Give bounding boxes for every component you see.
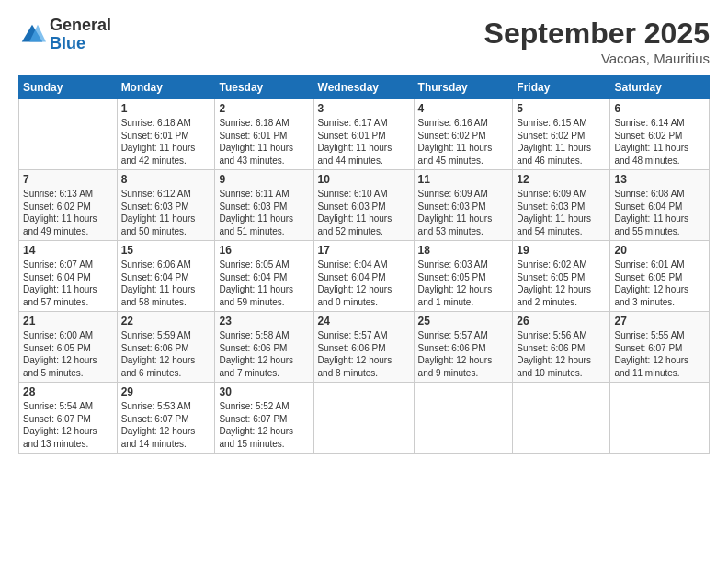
page: General Blue September 2025 Vacoas, Maur… — [0, 0, 728, 563]
table-row: 10Sunrise: 6:10 AM Sunset: 6:03 PM Dayli… — [313, 170, 414, 241]
table-row: 15Sunrise: 6:06 AM Sunset: 6:04 PM Dayli… — [117, 241, 215, 312]
table-row — [19, 99, 118, 170]
header: General Blue September 2025 Vacoas, Maur… — [18, 17, 710, 66]
calendar-day-header: Saturday — [610, 76, 710, 99]
table-row: 22Sunrise: 5:59 AM Sunset: 6:06 PM Dayli… — [117, 312, 215, 383]
calendar-day-header: Wednesday — [313, 76, 414, 99]
day-number: 24 — [318, 315, 410, 327]
day-info: Sunrise: 6:17 AM Sunset: 6:01 PM Dayligh… — [318, 117, 410, 167]
calendar-header-row: SundayMondayTuesdayWednesdayThursdayFrid… — [19, 76, 710, 99]
table-row: 5Sunrise: 6:15 AM Sunset: 6:02 PM Daylig… — [513, 99, 610, 170]
calendar-week-row: 1Sunrise: 6:18 AM Sunset: 6:01 PM Daylig… — [19, 99, 710, 170]
day-info: Sunrise: 6:16 AM Sunset: 6:02 PM Dayligh… — [418, 117, 509, 167]
day-info: Sunrise: 5:59 AM Sunset: 6:06 PM Dayligh… — [121, 329, 211, 379]
calendar-week-row: 14Sunrise: 6:07 AM Sunset: 6:04 PM Dayli… — [19, 241, 710, 312]
day-number: 22 — [121, 315, 211, 327]
day-number: 15 — [121, 244, 211, 257]
day-number: 4 — [418, 102, 509, 115]
day-info: Sunrise: 5:55 AM Sunset: 6:07 PM Dayligh… — [614, 329, 705, 379]
table-row: 26Sunrise: 5:56 AM Sunset: 6:06 PM Dayli… — [513, 312, 610, 383]
day-number: 16 — [219, 244, 309, 257]
calendar-day-header: Tuesday — [215, 76, 313, 99]
day-number: 21 — [23, 315, 113, 327]
table-row: 6Sunrise: 6:14 AM Sunset: 6:02 PM Daylig… — [610, 99, 710, 170]
day-info: Sunrise: 5:53 AM Sunset: 6:07 PM Dayligh… — [121, 400, 211, 450]
day-info: Sunrise: 6:09 AM Sunset: 6:03 PM Dayligh… — [517, 188, 606, 237]
logo: General Blue — [18, 17, 111, 53]
table-row: 19Sunrise: 6:02 AM Sunset: 6:05 PM Dayli… — [513, 241, 610, 312]
table-row: 11Sunrise: 6:09 AM Sunset: 6:03 PM Dayli… — [414, 170, 513, 241]
day-number: 3 — [318, 102, 410, 115]
logo-blue: Blue — [50, 35, 111, 53]
day-info: Sunrise: 6:14 AM Sunset: 6:02 PM Dayligh… — [614, 117, 705, 167]
day-info: Sunrise: 6:07 AM Sunset: 6:04 PM Dayligh… — [23, 259, 113, 308]
calendar-week-row: 28Sunrise: 5:54 AM Sunset: 6:07 PM Dayli… — [19, 383, 710, 454]
calendar-day-header: Friday — [513, 76, 610, 99]
table-row: 29Sunrise: 5:53 AM Sunset: 6:07 PM Dayli… — [117, 383, 215, 454]
day-info: Sunrise: 5:56 AM Sunset: 6:06 PM Dayligh… — [517, 329, 606, 379]
day-info: Sunrise: 6:18 AM Sunset: 6:01 PM Dayligh… — [121, 117, 211, 167]
table-row: 1Sunrise: 6:18 AM Sunset: 6:01 PM Daylig… — [117, 99, 215, 170]
title-block: September 2025 Vacoas, Mauritius — [484, 17, 710, 66]
table-row: 23Sunrise: 5:58 AM Sunset: 6:06 PM Dayli… — [215, 312, 313, 383]
day-info: Sunrise: 6:03 AM Sunset: 6:05 PM Dayligh… — [418, 259, 509, 308]
day-info: Sunrise: 5:52 AM Sunset: 6:07 PM Dayligh… — [219, 400, 309, 450]
day-info: Sunrise: 6:09 AM Sunset: 6:03 PM Dayligh… — [418, 188, 509, 237]
calendar-day-header: Sunday — [19, 76, 118, 99]
day-number: 18 — [418, 244, 509, 257]
day-number: 11 — [418, 173, 509, 186]
day-info: Sunrise: 6:15 AM Sunset: 6:02 PM Dayligh… — [517, 117, 606, 167]
table-row: 21Sunrise: 6:00 AM Sunset: 6:05 PM Dayli… — [19, 312, 118, 383]
day-number: 26 — [517, 315, 606, 327]
day-info: Sunrise: 5:54 AM Sunset: 6:07 PM Dayligh… — [23, 400, 113, 450]
day-number: 1 — [121, 102, 211, 115]
day-number: 7 — [23, 173, 113, 186]
day-number: 13 — [614, 173, 705, 186]
table-row — [513, 383, 610, 454]
logo-general: General — [50, 17, 111, 35]
day-number: 30 — [219, 385, 309, 398]
day-number: 9 — [219, 173, 309, 186]
table-row: 17Sunrise: 6:04 AM Sunset: 6:04 PM Dayli… — [313, 241, 414, 312]
table-row — [313, 383, 414, 454]
table-row — [610, 383, 710, 454]
calendar-week-row: 21Sunrise: 6:00 AM Sunset: 6:05 PM Dayli… — [19, 312, 710, 383]
day-info: Sunrise: 6:06 AM Sunset: 6:04 PM Dayligh… — [121, 259, 211, 308]
day-info: Sunrise: 6:08 AM Sunset: 6:04 PM Dayligh… — [614, 188, 705, 237]
day-info: Sunrise: 6:01 AM Sunset: 6:05 PM Dayligh… — [614, 259, 705, 308]
table-row: 30Sunrise: 5:52 AM Sunset: 6:07 PM Dayli… — [215, 383, 313, 454]
location: Vacoas, Mauritius — [484, 51, 710, 66]
day-number: 28 — [23, 385, 113, 398]
day-number: 10 — [318, 173, 410, 186]
day-info: Sunrise: 5:57 AM Sunset: 6:06 PM Dayligh… — [318, 329, 410, 379]
logo-icon — [18, 21, 46, 49]
table-row: 18Sunrise: 6:03 AM Sunset: 6:05 PM Dayli… — [414, 241, 513, 312]
day-number: 12 — [517, 173, 606, 186]
day-number: 20 — [614, 244, 705, 257]
table-row — [414, 383, 513, 454]
calendar-week-row: 7Sunrise: 6:13 AM Sunset: 6:02 PM Daylig… — [19, 170, 710, 241]
day-info: Sunrise: 6:12 AM Sunset: 6:03 PM Dayligh… — [121, 188, 211, 237]
table-row: 24Sunrise: 5:57 AM Sunset: 6:06 PM Dayli… — [313, 312, 414, 383]
day-number: 2 — [219, 102, 309, 115]
day-info: Sunrise: 5:57 AM Sunset: 6:06 PM Dayligh… — [418, 329, 509, 379]
table-row: 14Sunrise: 6:07 AM Sunset: 6:04 PM Dayli… — [19, 241, 118, 312]
day-number: 5 — [517, 102, 606, 115]
day-info: Sunrise: 6:10 AM Sunset: 6:03 PM Dayligh… — [318, 188, 410, 237]
table-row: 13Sunrise: 6:08 AM Sunset: 6:04 PM Dayli… — [610, 170, 710, 241]
day-number: 19 — [517, 244, 606, 257]
table-row: 3Sunrise: 6:17 AM Sunset: 6:01 PM Daylig… — [313, 99, 414, 170]
day-info: Sunrise: 6:05 AM Sunset: 6:04 PM Dayligh… — [219, 259, 309, 308]
day-info: Sunrise: 6:13 AM Sunset: 6:02 PM Dayligh… — [23, 188, 113, 237]
day-info: Sunrise: 6:18 AM Sunset: 6:01 PM Dayligh… — [219, 117, 309, 167]
table-row: 12Sunrise: 6:09 AM Sunset: 6:03 PM Dayli… — [513, 170, 610, 241]
day-number: 23 — [219, 315, 309, 327]
logo-text: General Blue — [50, 17, 111, 53]
calendar-day-header: Thursday — [414, 76, 513, 99]
table-row: 25Sunrise: 5:57 AM Sunset: 6:06 PM Dayli… — [414, 312, 513, 383]
day-number: 25 — [418, 315, 509, 327]
calendar-day-header: Monday — [117, 76, 215, 99]
day-info: Sunrise: 6:11 AM Sunset: 6:03 PM Dayligh… — [219, 188, 309, 237]
table-row: 27Sunrise: 5:55 AM Sunset: 6:07 PM Dayli… — [610, 312, 710, 383]
table-row: 4Sunrise: 6:16 AM Sunset: 6:02 PM Daylig… — [414, 99, 513, 170]
